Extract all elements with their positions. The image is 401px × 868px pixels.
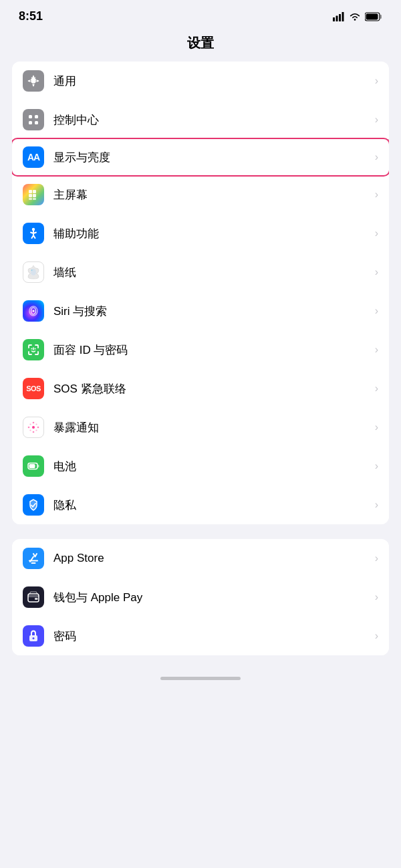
svg-point-35 bbox=[35, 423, 37, 425]
wallpaper-label: 墙纸 bbox=[53, 265, 371, 280]
svg-rect-18 bbox=[29, 198, 32, 200]
settings-row-exposure[interactable]: 暴露通知 › bbox=[12, 408, 389, 447]
wallet-label: 钱包与 Apple Pay bbox=[53, 590, 371, 605]
svg-point-32 bbox=[28, 427, 30, 429]
svg-point-36 bbox=[29, 429, 31, 431]
settings-row-wallet[interactable]: 钱包与 Apple Pay › bbox=[12, 578, 389, 617]
password-chevron: › bbox=[375, 630, 378, 642]
sos-label: SOS 紧急联络 bbox=[53, 381, 371, 397]
battery-label: 电池 bbox=[53, 459, 371, 474]
settings-row-appstore[interactable]: App Store › bbox=[12, 539, 389, 578]
svg-point-34 bbox=[29, 423, 31, 425]
svg-rect-14 bbox=[29, 190, 32, 193]
privacy-label: 隐私 bbox=[53, 498, 371, 513]
page-title: 设置 bbox=[187, 35, 214, 50]
settings-group-1: 通用 › 控制中心 › AA 显示与亮度 › bbox=[12, 62, 389, 524]
svg-rect-3 bbox=[342, 12, 344, 21]
accessibility-icon bbox=[23, 223, 44, 244]
svg-point-37 bbox=[35, 429, 37, 431]
svg-point-30 bbox=[33, 422, 35, 424]
password-icon bbox=[23, 625, 44, 647]
appstore-chevron: › bbox=[375, 552, 378, 564]
settings-row-display[interactable]: AA 显示与亮度 › bbox=[12, 138, 389, 177]
wallpaper-icon bbox=[23, 261, 44, 283]
svg-rect-11 bbox=[35, 115, 38, 118]
settings-row-homescreen[interactable]: 主屏幕 › bbox=[12, 175, 389, 214]
wallet-icon bbox=[23, 586, 44, 608]
battery-icon bbox=[23, 455, 44, 477]
homescreen-icon bbox=[23, 184, 44, 205]
svg-rect-16 bbox=[29, 194, 32, 197]
svg-point-29 bbox=[32, 426, 35, 429]
svg-rect-39 bbox=[38, 465, 39, 467]
settings-row-wallpaper[interactable]: 墙纸 › bbox=[12, 253, 389, 292]
battery-icon bbox=[365, 12, 382, 21]
svg-rect-6 bbox=[380, 15, 382, 19]
settings-row-privacy[interactable]: 隐私 › bbox=[12, 485, 389, 524]
svg-point-26 bbox=[31, 348, 33, 350]
page-title-bar: 设置 bbox=[0, 29, 401, 62]
svg-rect-44 bbox=[28, 594, 39, 602]
status-time: 8:51 bbox=[19, 9, 43, 23]
battery-chevron: › bbox=[375, 460, 378, 472]
exposure-label: 暴露通知 bbox=[53, 420, 371, 435]
display-icon: AA bbox=[23, 146, 44, 168]
settings-group-2: App Store › 钱包与 Apple Pay › 密码 › bbox=[12, 539, 389, 655]
settings-row-password[interactable]: 密码 › bbox=[12, 617, 389, 655]
settings-row-general[interactable]: 通用 › bbox=[12, 62, 389, 100]
settings-row-sos[interactable]: SOS SOS 紧急联络 › bbox=[12, 369, 389, 408]
signal-icon bbox=[333, 12, 345, 21]
status-icons bbox=[333, 12, 382, 21]
settings-row-controlcenter[interactable]: 控制中心 › bbox=[12, 100, 389, 139]
svg-rect-12 bbox=[29, 121, 32, 124]
privacy-chevron: › bbox=[375, 499, 378, 511]
svg-point-22 bbox=[31, 269, 33, 271]
appstore-icon bbox=[23, 548, 44, 569]
home-indicator bbox=[0, 670, 401, 684]
svg-rect-19 bbox=[33, 198, 36, 200]
general-label: 通用 bbox=[53, 74, 371, 89]
siri-label: Siri 与搜索 bbox=[53, 304, 371, 319]
general-chevron: › bbox=[375, 75, 378, 87]
faceid-icon bbox=[23, 339, 44, 360]
home-bar bbox=[160, 677, 241, 680]
exposure-icon bbox=[23, 417, 44, 438]
accessibility-chevron: › bbox=[375, 227, 378, 239]
exposure-chevron: › bbox=[375, 421, 378, 433]
faceid-chevron: › bbox=[375, 344, 378, 356]
controlcenter-icon bbox=[23, 109, 44, 130]
sos-chevron: › bbox=[375, 383, 378, 395]
siri-icon bbox=[23, 300, 44, 322]
svg-rect-47 bbox=[35, 598, 38, 600]
privacy-icon bbox=[23, 494, 44, 516]
siri-chevron: › bbox=[375, 305, 378, 317]
svg-rect-0 bbox=[333, 17, 335, 21]
settings-row-battery[interactable]: 电池 › bbox=[12, 447, 389, 485]
sos-icon: SOS bbox=[23, 378, 44, 399]
wifi-icon bbox=[349, 12, 361, 21]
svg-point-25 bbox=[33, 310, 35, 312]
svg-rect-10 bbox=[29, 115, 32, 118]
svg-point-33 bbox=[37, 427, 39, 429]
homescreen-chevron: › bbox=[375, 189, 378, 201]
svg-point-31 bbox=[33, 431, 35, 433]
homescreen-label: 主屏幕 bbox=[53, 187, 371, 203]
svg-rect-15 bbox=[33, 190, 36, 193]
display-chevron: › bbox=[375, 151, 378, 163]
svg-rect-13 bbox=[35, 121, 38, 124]
svg-point-27 bbox=[35, 348, 36, 350]
svg-rect-1 bbox=[336, 15, 338, 21]
appstore-label: App Store bbox=[53, 552, 371, 565]
svg-rect-17 bbox=[33, 194, 36, 197]
settings-row-accessibility[interactable]: 辅助功能 › bbox=[12, 214, 389, 253]
settings-row-siri[interactable]: Siri 与搜索 › bbox=[12, 292, 389, 330]
controlcenter-chevron: › bbox=[375, 114, 378, 126]
svg-rect-40 bbox=[29, 464, 35, 468]
svg-rect-7 bbox=[366, 13, 378, 19]
settings-row-faceid[interactable]: 面容 ID 与密码 › bbox=[12, 330, 389, 369]
controlcenter-label: 控制中心 bbox=[53, 112, 371, 128]
svg-point-49 bbox=[33, 637, 35, 639]
display-label: 显示与亮度 bbox=[53, 150, 371, 165]
general-icon bbox=[23, 70, 44, 92]
password-label: 密码 bbox=[53, 629, 371, 644]
